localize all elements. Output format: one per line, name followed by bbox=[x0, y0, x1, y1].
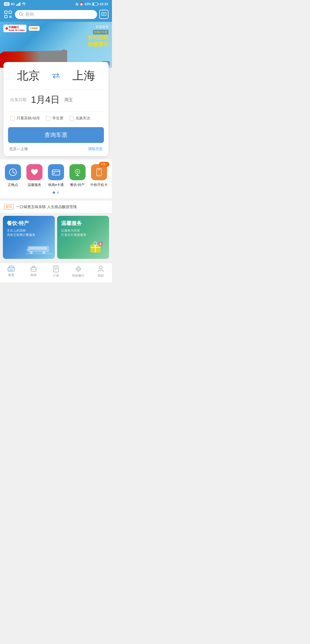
bottom-navigation: 首页 商旅 订单 铁路畅行 我的 bbox=[0, 263, 112, 282]
search-bar[interactable]: 苏州 bbox=[15, 10, 97, 19]
signal-icon bbox=[16, 2, 20, 6]
student-label: 学生票 bbox=[52, 116, 63, 121]
search-history-row: 北京—上海 清除历史 bbox=[8, 146, 104, 152]
nav-home-label: 首页 bbox=[8, 273, 14, 277]
scan-button[interactable] bbox=[3, 10, 13, 19]
food-promo-card[interactable]: 餐饮·特产 舌尖上的高铁 高铁互联网订餐服务 bbox=[3, 216, 55, 259]
app-header: 苏州 bbox=[0, 8, 112, 22]
svg-point-44 bbox=[78, 268, 79, 270]
business-nav-icon bbox=[30, 265, 37, 272]
svg-rect-6 bbox=[11, 17, 11, 18]
nav-travel[interactable]: 铁路畅行 bbox=[67, 265, 90, 278]
svg-point-7 bbox=[20, 13, 22, 15]
dot-2 bbox=[57, 191, 59, 194]
clear-history-button[interactable]: 清除历史 bbox=[88, 146, 103, 152]
warm-service-card-title: 温馨服务 bbox=[61, 220, 86, 227]
svg-line-8 bbox=[22, 15, 23, 16]
punctual-label: 正晚点 bbox=[8, 183, 18, 187]
svg-rect-0 bbox=[5, 11, 7, 13]
date-row[interactable]: 出发日期 1月4日 周五 bbox=[8, 89, 104, 110]
status-bar: HD 4G N ⏰ 23% 22:33 bbox=[0, 0, 112, 8]
student-checkbox[interactable] bbox=[46, 116, 51, 121]
mobile-card-icon-item[interactable]: 送餐... 中铁手机卡 bbox=[89, 164, 109, 187]
food-icon-item[interactable]: 餐饮·特产 bbox=[67, 164, 88, 187]
nav-mine[interactable]: 我的 bbox=[90, 265, 112, 278]
nav-home[interactable]: 首页 bbox=[0, 265, 22, 278]
exchange-checkbox[interactable] bbox=[69, 116, 74, 121]
message-icon bbox=[101, 12, 106, 17]
svg-rect-26 bbox=[28, 247, 47, 250]
clock-time: 22:33 bbox=[100, 2, 108, 6]
quick-icons-section: 正晚点 温馨服务 铁路e卡通 bbox=[0, 160, 112, 198]
exchange-option[interactable]: 兑换车次 bbox=[69, 116, 90, 121]
banner-logos: ⊕ 中国银行 BANK OF CHINA CRBE bbox=[3, 25, 40, 32]
weekday-label: 周五 bbox=[64, 97, 73, 103]
city-row: 北京 上海 bbox=[8, 68, 104, 84]
mobile-card-icon: 送餐... bbox=[91, 164, 107, 180]
student-ticket-option[interactable]: 学生票 bbox=[46, 116, 63, 121]
svg-rect-1 bbox=[9, 11, 11, 13]
warm-service-icon bbox=[26, 164, 42, 180]
history-text: 北京—上海 bbox=[9, 146, 28, 152]
nfc-icon: N bbox=[75, 2, 78, 6]
svg-rect-40 bbox=[54, 266, 58, 272]
punctual-icon bbox=[5, 164, 21, 180]
promo-banner[interactable]: ⊕ 中国银行 BANK OF CHINA CRBE 欢迎使用 铁路e卡通 轻松扫… bbox=[0, 22, 112, 68]
banner-right-content: 欢迎使用 铁路e卡通 轻松扫码 快捷乘车 bbox=[88, 25, 108, 48]
svg-rect-2 bbox=[5, 15, 7, 18]
date-label: 出发日期 bbox=[10, 97, 26, 102]
punctual-icon-item[interactable]: 正晚点 bbox=[3, 164, 23, 187]
bank-of-china-logo: ⊕ 中国银行 BANK OF CHINA bbox=[3, 25, 26, 32]
mobile-card-label: 中铁手机卡 bbox=[90, 183, 108, 187]
svg-rect-23 bbox=[98, 169, 100, 170]
wifi-icon bbox=[22, 2, 26, 6]
nav-orders[interactable]: 订单 bbox=[45, 265, 67, 278]
alarm-icon: ⏰ bbox=[80, 2, 84, 6]
ecard-icon bbox=[48, 164, 64, 180]
search-icon bbox=[19, 12, 24, 17]
status-right: N ⏰ 23% 22:33 bbox=[75, 2, 108, 6]
svg-rect-5 bbox=[9, 17, 10, 18]
promo-cards-row: 餐饮·特产 舌尖上的高铁 高铁互联网订餐服务 温馨服务 以服务为宗旨 打造出行便… bbox=[0, 213, 112, 262]
food-label: 餐饮·特产 bbox=[70, 183, 85, 187]
high-speed-checkbox[interactable] bbox=[10, 116, 15, 121]
crbe-logo: CRBE bbox=[29, 26, 40, 31]
tagline1: 轻松扫码 bbox=[88, 34, 108, 41]
svg-point-45 bbox=[99, 266, 102, 269]
nav-business[interactable]: 商旅 bbox=[22, 265, 45, 278]
news-banner[interactable]: 资讯 一口锅煮五味杂陈 人生路品酸甜苦辣 bbox=[0, 201, 112, 213]
ticket-search-card: 北京 上海 出发日期 1月4日 周五 只看高铁/动车 学生票 兑换车次 查询车票 bbox=[3, 62, 108, 156]
warm-service-icon-item[interactable]: 温馨服务 bbox=[24, 164, 44, 187]
svg-rect-17 bbox=[53, 173, 55, 174]
from-city[interactable]: 北京 bbox=[8, 68, 49, 84]
warm-service-card-text: 温馨服务 以服务为宗旨 打造出行便捷服务 bbox=[61, 220, 86, 237]
svg-line-14 bbox=[13, 172, 15, 173]
travel-nav-icon bbox=[75, 265, 82, 272]
news-text: 一口锅煮五味杂陈 人生路品酸甜苦辣 bbox=[16, 204, 77, 210]
svg-rect-3 bbox=[9, 16, 10, 17]
food-card-sub2: 高铁互联网订餐服务 bbox=[7, 233, 35, 237]
ecard-icon-item[interactable]: 铁路e卡通 bbox=[46, 164, 66, 187]
nav-orders-label: 订单 bbox=[53, 273, 59, 278]
delivery-badge: 送餐... bbox=[99, 162, 109, 167]
svg-point-24 bbox=[98, 174, 99, 175]
svg-rect-27 bbox=[26, 249, 30, 251]
swap-cities-button[interactable] bbox=[49, 70, 63, 82]
high-speed-label: 只看高铁/动车 bbox=[17, 116, 40, 121]
message-button[interactable] bbox=[99, 10, 108, 19]
mine-nav-icon bbox=[98, 265, 104, 272]
warm-service-label: 温馨服务 bbox=[28, 183, 41, 187]
hd-badge: HD bbox=[4, 2, 9, 6]
carousel-dots bbox=[2, 190, 110, 196]
high-speed-option[interactable]: 只看高铁/动车 bbox=[10, 116, 40, 121]
icons-row: 正晚点 温馨服务 铁路e卡通 bbox=[2, 164, 110, 187]
food-card-title: 餐饮·特产 bbox=[7, 220, 35, 227]
svg-rect-37 bbox=[10, 269, 12, 271]
svg-rect-15 bbox=[52, 170, 60, 175]
warm-service-promo-card[interactable]: 温馨服务 以服务为宗旨 打造出行便捷服务 bbox=[57, 216, 109, 259]
status-left: HD 4G bbox=[4, 2, 26, 6]
search-tickets-button[interactable]: 查询车票 bbox=[8, 127, 104, 143]
svg-point-21 bbox=[76, 170, 79, 173]
to-city[interactable]: 上海 bbox=[63, 68, 104, 84]
nav-business-label: 商旅 bbox=[30, 273, 37, 277]
